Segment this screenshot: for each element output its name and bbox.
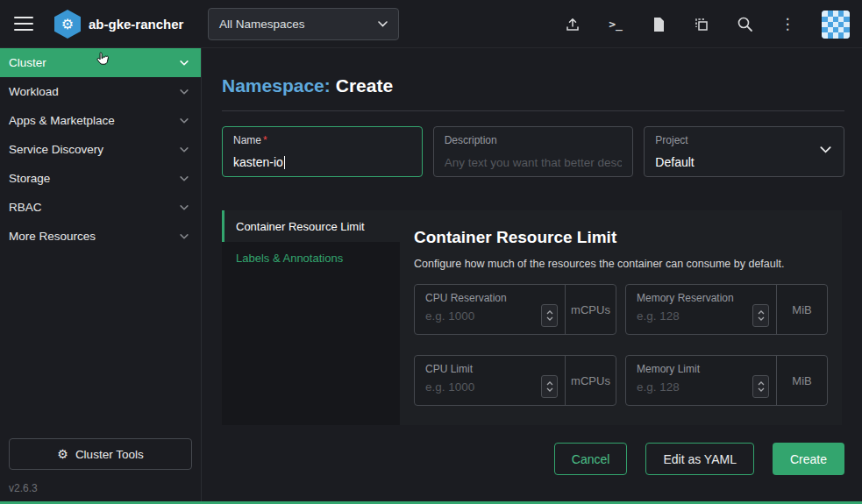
edit-as-yaml-button[interactable]: Edit as YAML bbox=[645, 443, 754, 475]
page-title-action: Create bbox=[336, 75, 393, 96]
number-stepper[interactable] bbox=[541, 304, 558, 327]
cluster-tools-label: Cluster Tools bbox=[75, 448, 144, 461]
sidebar-item-cluster[interactable]: Cluster bbox=[0, 48, 201, 77]
cpu-reservation-label: CPU Reservation bbox=[425, 292, 558, 304]
page-title-resource: Namespace: bbox=[222, 75, 331, 96]
tab-labels-annotations[interactable]: Labels & Annotations bbox=[222, 242, 400, 273]
unit-label: mCPUs bbox=[565, 285, 616, 334]
stepper-up-icon bbox=[758, 381, 765, 386]
chevron-down-icon bbox=[180, 118, 189, 124]
kebab-menu-icon[interactable]: ⋮ bbox=[779, 16, 796, 33]
chevron-down-icon bbox=[180, 234, 189, 239]
terminal-icon[interactable]: >_ bbox=[607, 16, 624, 33]
cpu-limit-input[interactable] bbox=[425, 380, 536, 394]
resource-fields-grid: CPU Reservation mCPUs Memory Res bbox=[414, 284, 828, 406]
cpu-reservation-field: CPU Reservation mCPUs bbox=[414, 284, 616, 335]
gear-icon: ⚙ bbox=[57, 448, 68, 460]
memory-reservation-label: Memory Reservation bbox=[637, 292, 769, 304]
chevron-down-icon bbox=[180, 60, 189, 66]
sidebar-item-label: More Resources bbox=[9, 230, 96, 243]
panel-description: Configure how much of the resources the … bbox=[414, 258, 828, 270]
chevron-down-icon bbox=[378, 21, 388, 27]
sidebar-item-more-resources[interactable]: More Resources bbox=[0, 222, 201, 251]
panel-heading: Container Resource Limit bbox=[414, 228, 828, 247]
chevron-down-icon bbox=[180, 89, 189, 95]
main-content: Namespace:Create Name* kasten-io Descrip… bbox=[203, 48, 862, 504]
unit-label: mCPUs bbox=[565, 356, 616, 405]
chevron-down-icon bbox=[820, 146, 831, 153]
name-field[interactable]: Name* kasten-io bbox=[222, 126, 423, 177]
number-stepper[interactable] bbox=[752, 375, 769, 398]
tab-label: Container Resource Limit bbox=[236, 220, 365, 233]
tab-content: Container Resource Limit Configure how m… bbox=[400, 210, 842, 425]
cpu-reservation-input[interactable] bbox=[425, 309, 536, 323]
sidebar-item-label: Apps & Marketplace bbox=[9, 114, 115, 127]
tab-container-resource-limit[interactable]: Container Resource Limit bbox=[222, 210, 400, 242]
name-label: Name* bbox=[233, 134, 411, 146]
stepper-down-icon bbox=[546, 316, 553, 321]
stepper-down-icon bbox=[758, 316, 765, 321]
stepper-up-icon bbox=[546, 381, 553, 386]
chevron-down-icon bbox=[180, 176, 189, 181]
sidebar-item-rbac[interactable]: RBAC bbox=[0, 193, 201, 222]
name-input[interactable]: kasten-io bbox=[233, 155, 411, 169]
project-select[interactable]: Project Default bbox=[644, 126, 844, 177]
memory-limit-field: Memory Limit MiB bbox=[625, 355, 828, 406]
page-title: Namespace:Create bbox=[222, 75, 393, 96]
sidebar: Cluster Workload Apps & Marketplace Serv… bbox=[0, 48, 202, 504]
namespace-filter-value: All Namespaces bbox=[219, 18, 305, 31]
tab-nav: Container Resource Limit Labels & Annota… bbox=[222, 210, 400, 425]
memory-reservation-input[interactable] bbox=[637, 309, 747, 323]
unit-label: MiB bbox=[776, 285, 827, 334]
text-caret bbox=[284, 156, 286, 169]
sidebar-item-apps-marketplace[interactable]: Apps & Marketplace bbox=[0, 106, 201, 135]
tab-label: Labels & Annotations bbox=[236, 252, 343, 265]
cpu-limit-field: CPU Limit mCPUs bbox=[414, 355, 616, 406]
gear-icon: ⚙ bbox=[61, 18, 74, 32]
unit-label: MiB bbox=[776, 356, 827, 405]
sidebar-item-workload[interactable]: Workload bbox=[0, 77, 201, 106]
sidebar-item-label: Service Discovery bbox=[9, 143, 103, 156]
sidebar-item-label: Storage bbox=[9, 172, 50, 185]
cancel-button[interactable]: Cancel bbox=[554, 443, 628, 475]
upload-icon[interactable] bbox=[564, 16, 581, 33]
description-label: Description bbox=[445, 134, 623, 146]
description-input[interactable] bbox=[445, 156, 623, 169]
top-header: ⚙ ab-gke-rancher All Namespaces >_ bbox=[0, 0, 862, 48]
create-button[interactable]: Create bbox=[773, 443, 844, 475]
sidebar-item-label: Workload bbox=[9, 85, 59, 98]
required-asterisk: * bbox=[263, 134, 267, 146]
cpu-limit-label: CPU Limit bbox=[425, 363, 558, 375]
header-actions: >_ ⋮ bbox=[564, 0, 850, 48]
stepper-up-icon bbox=[546, 310, 553, 315]
sidebar-item-service-discovery[interactable]: Service Discovery bbox=[0, 135, 201, 164]
memory-limit-input[interactable] bbox=[637, 380, 747, 394]
stepper-down-icon bbox=[546, 387, 553, 392]
description-field[interactable]: Description bbox=[433, 126, 634, 177]
number-stepper[interactable] bbox=[752, 304, 769, 327]
namespace-filter-select[interactable]: All Namespaces bbox=[208, 8, 399, 40]
project-value: Default bbox=[655, 155, 833, 169]
memory-limit-label: Memory Limit bbox=[637, 363, 769, 375]
chevron-down-icon bbox=[180, 205, 189, 210]
title-divider bbox=[222, 110, 844, 111]
sidebar-item-label: Cluster bbox=[9, 56, 46, 69]
copy-icon[interactable] bbox=[693, 16, 710, 33]
rancher-app: ⚙ ab-gke-rancher All Namespaces >_ bbox=[0, 0, 862, 504]
sidebar-item-storage[interactable]: Storage bbox=[0, 164, 201, 193]
project-label: Project bbox=[655, 134, 833, 146]
namespace-form-row: Name* kasten-io Description Project Defa… bbox=[222, 126, 844, 177]
search-icon[interactable] bbox=[736, 16, 753, 33]
cluster-tools-button[interactable]: ⚙ Cluster Tools bbox=[9, 438, 192, 470]
stepper-down-icon bbox=[758, 387, 765, 392]
stepper-up-icon bbox=[758, 310, 765, 315]
memory-reservation-field: Memory Reservation MiB bbox=[625, 284, 828, 335]
chevron-down-icon bbox=[180, 147, 189, 153]
number-stepper[interactable] bbox=[541, 375, 558, 398]
menu-icon[interactable] bbox=[14, 17, 33, 31]
file-icon[interactable] bbox=[650, 16, 667, 33]
sidebar-item-label: RBAC bbox=[9, 201, 42, 214]
avatar[interactable] bbox=[822, 11, 850, 39]
cluster-logo-icon[interactable]: ⚙ bbox=[54, 10, 81, 39]
cluster-name: ab-gke-rancher bbox=[89, 17, 183, 32]
